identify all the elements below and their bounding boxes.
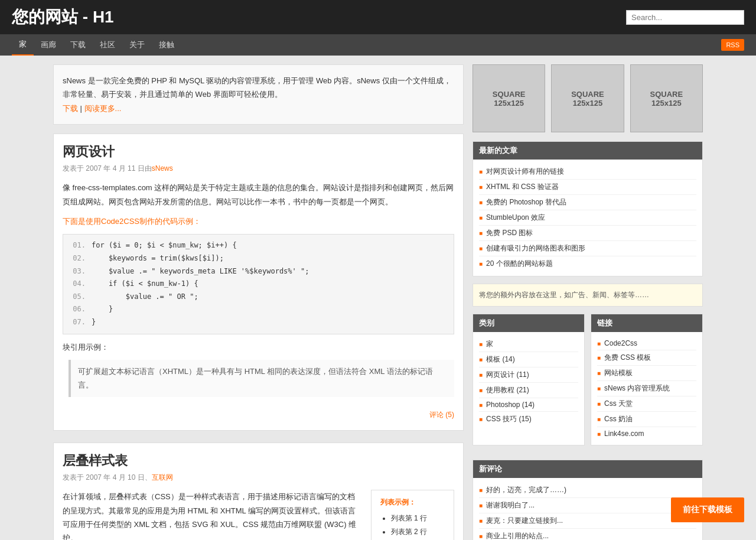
comment-item[interactable]: ■好的，迈亮，完成了……)	[479, 483, 696, 498]
links-title: 链接	[591, 314, 702, 332]
comment-item[interactable]: ■谢谢我明白了...	[479, 498, 696, 513]
intro-text: sNews 是一款完全免费的 PHP 和 MySQL 驱动的内容管理系统，用于管…	[63, 76, 451, 99]
category-item[interactable]: ■网页设计 (11)	[479, 367, 578, 383]
ad-banner-1: SQUARE 125x125	[472, 64, 545, 132]
categories-title: 类别	[473, 314, 584, 332]
link-icon: ■	[479, 245, 483, 252]
list-example-title: 列表示例：	[380, 496, 445, 509]
link-item[interactable]: ■Link4se.com	[597, 427, 696, 440]
new-comments-box: 新评论 ■好的，迈亮，完成了……) ■谢谢我明白了... ■麦克：只要建立链接到…	[472, 460, 703, 540]
categories-content: ■家 ■模板 (14) ■网页设计 (11) ■使用教程 (21) ■Photo…	[473, 332, 584, 431]
category-item[interactable]: ■家	[479, 337, 578, 352]
links-box: 链接 ■Code2Css ■免费 CSS 模板 ■网站模板 ■sNews 内容管…	[591, 314, 703, 445]
code2css-link[interactable]: 下面是使用Code2CSS制作的代码示例：	[63, 217, 201, 226]
download-button[interactable]: 前往下载模板	[671, 497, 744, 522]
code-line: 05. $value .= " OR ";	[68, 291, 449, 304]
link-item[interactable]: ■Css 天堂	[597, 396, 696, 412]
link-icon: ■	[479, 533, 483, 539]
category-item[interactable]: ■CSS 技巧 (15)	[479, 412, 578, 427]
nav-community[interactable]: 社区	[93, 35, 122, 55]
comment-link-1[interactable]: 评论 (5)	[63, 403, 454, 422]
ad-banners: SQUARE 125x125 SQUARE 125x125 SQUARE 125…	[472, 64, 703, 132]
blockquote-label: 块引用示例：	[63, 340, 454, 354]
code-line: 06. }	[68, 303, 449, 316]
link-icon: ■	[597, 431, 601, 437]
link-icon: ■	[479, 230, 483, 236]
link-icon: ■	[479, 214, 483, 221]
new-comments-title: 新评论	[473, 460, 702, 478]
search-input[interactable]	[626, 10, 744, 25]
extra-content-box: 将您的额外内容放在这里，如广告、新闻、标签等……	[472, 284, 703, 307]
link-icon: ■	[479, 387, 483, 393]
nav-download[interactable]: 下载	[63, 35, 93, 55]
article-1: 网页设计 发表于 2007 年 4 月 11 日由sNews 像 free-cs…	[53, 134, 464, 431]
code-line: 01.for ($i = 0; $i < $num_kw; $i++) {	[68, 239, 449, 252]
link-icon: ■	[479, 168, 483, 175]
recent-item[interactable]: ■免费的 Photoshop 替代品	[479, 195, 696, 210]
link-icon: ■	[479, 416, 483, 422]
article-1-body: 像 free-css-templates.com 这样的网站是关于特定主题或主题…	[63, 181, 454, 421]
ad-banner-3: SQUARE 125x125	[630, 64, 703, 132]
article-2-meta: 发表于 2007 年 4 月 10 日、互联网	[63, 473, 454, 483]
link-item[interactable]: ■免费 CSS 模板	[597, 350, 696, 366]
comment-item[interactable]: ■麦克：只要建立链接到...	[479, 513, 696, 529]
new-comments-content: ■好的，迈亮，完成了……) ■谢谢我明白了... ■麦克：只要建立链接到... …	[473, 478, 702, 540]
code-line: 07.}	[68, 316, 449, 329]
categories-box: 类别 ■家 ■模板 (14) ■网页设计 (11) ■使用教程 (21) ■Ph…	[472, 314, 585, 445]
recent-articles-box: 最新的文章 ■对网页设计师有用的链接 ■XHTML 和 CSS 验证器 ■免费的…	[472, 141, 703, 276]
article-1-title: 网页设计	[63, 143, 454, 161]
recent-item[interactable]: ■创建有吸引力的网络图表和图形	[479, 241, 696, 256]
categories-links-row: 类别 ■家 ■模板 (14) ■网页设计 (11) ■使用教程 (21) ■Ph…	[472, 314, 703, 453]
recent-item[interactable]: ■20 个很酷的网站标题	[479, 256, 696, 271]
link-item[interactable]: ■Code2Css	[597, 337, 696, 350]
link-icon: ■	[597, 370, 601, 376]
recent-item[interactable]: ■免费 PSD 图标	[479, 226, 696, 241]
recent-articles-title: 最新的文章	[473, 142, 702, 160]
link-icon: ■	[597, 385, 601, 392]
recent-item[interactable]: ■StumbleUpon 效应	[479, 210, 696, 226]
link-item[interactable]: ■Css 奶油	[597, 412, 696, 427]
link-icon: ■	[597, 354, 601, 361]
link-icon: ■	[479, 502, 483, 509]
category-item[interactable]: ■Photoshop (14)	[479, 398, 578, 412]
article-2-author[interactable]: 互联网	[152, 473, 173, 482]
article-1-author[interactable]: sNews	[152, 164, 173, 173]
article-2-body: 列表示例： 列表第 1 行 列表第 2 行 子列表第 a 行 子列表第 b 行 …	[63, 490, 454, 540]
link-icon: ■	[597, 340, 601, 347]
link-icon: ■	[479, 356, 483, 363]
link-icon: ■	[479, 199, 483, 206]
recent-item[interactable]: ■对网页设计师有用的链接	[479, 164, 696, 180]
category-item[interactable]: ■模板 (14)	[479, 352, 578, 367]
category-item[interactable]: ■使用教程 (21)	[479, 383, 578, 398]
recent-item[interactable]: ■XHTML 和 CSS 验证器	[479, 180, 696, 195]
comment-item[interactable]: ■商业上引用的站点...	[479, 529, 696, 540]
link-icon: ■	[479, 402, 483, 408]
intro-box: sNews 是一款完全免费的 PHP 和 MySQL 驱动的内容管理系统，用于管…	[53, 64, 464, 125]
site-header: 您的网站 - H1	[0, 0, 756, 34]
article-2-title: 层叠样式表	[63, 452, 454, 470]
rss-icon[interactable]: RSS	[721, 39, 744, 51]
nav-contact[interactable]: 接触	[152, 35, 181, 55]
link-item[interactable]: ■sNews 内容管理系统	[597, 381, 696, 396]
link-icon: ■	[479, 184, 483, 190]
code-line: 04. if ($i < $num_kw-1) {	[68, 278, 449, 291]
list-item: 列表第 2 行 子列表第 a 行 子列表第 b 行	[391, 526, 445, 540]
intro-download-link[interactable]: 下载	[63, 104, 78, 113]
nav-home[interactable]: 家	[12, 34, 34, 56]
links-content: ■Code2Css ■免费 CSS 模板 ■网站模板 ■sNews 内容管理系统…	[591, 332, 702, 445]
link-icon: ■	[597, 416, 601, 422]
article-1-meta: 发表于 2007 年 4 月 11 日由sNews	[63, 164, 454, 174]
main-content: sNews 是一款完全免费的 PHP 和 MySQL 驱动的内容管理系统，用于管…	[53, 64, 464, 540]
intro-readmore-link[interactable]: 阅读更多...	[84, 104, 122, 113]
list-example-ul: 列表第 1 行 列表第 2 行 子列表第 a 行 子列表第 b 行	[380, 512, 445, 540]
ad-banner-2: SQUARE 125x125	[551, 64, 624, 132]
link-item[interactable]: ■网站模板	[597, 366, 696, 381]
article-2: 层叠样式表 发表于 2007 年 4 月 10 日、互联网 列表示例： 列表第 …	[53, 443, 464, 540]
extra-content-text: 将您的额外内容放在这里，如广告、新闻、标签等……	[479, 291, 649, 299]
link-icon: ■	[479, 341, 483, 347]
nav-gallery[interactable]: 画廊	[34, 35, 63, 55]
list-example: 列表示例： 列表第 1 行 列表第 2 行 子列表第 a 行 子列表第 b 行	[371, 490, 454, 540]
nav-about[interactable]: 关于	[122, 35, 152, 55]
link-icon: ■	[479, 261, 483, 267]
list-item: 列表第 1 行	[391, 512, 445, 525]
